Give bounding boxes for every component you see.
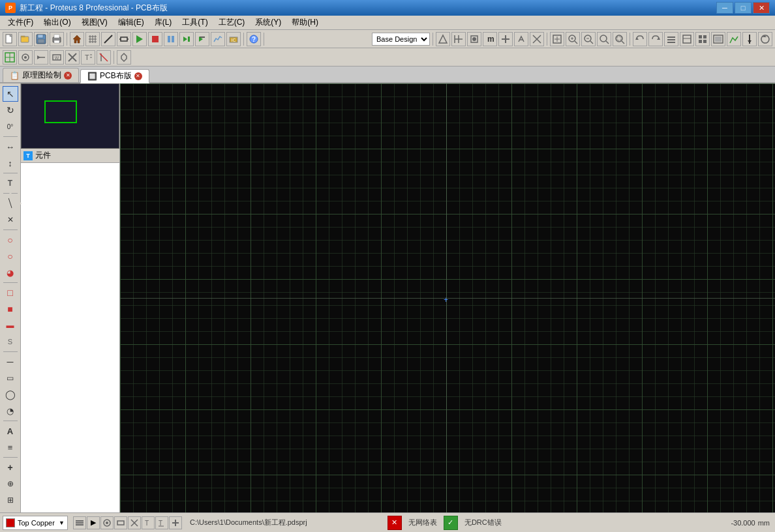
zoom-in[interactable] bbox=[566, 32, 580, 46]
status-check-button[interactable]: ✓ bbox=[444, 516, 458, 530]
pause-button[interactable] bbox=[164, 32, 178, 46]
tb-extra5[interactable] bbox=[727, 32, 741, 46]
tb-extra6[interactable] bbox=[742, 32, 757, 46]
run-button[interactable] bbox=[132, 32, 147, 46]
status-btn3[interactable] bbox=[100, 516, 114, 529]
tb2-btn2[interactable] bbox=[18, 50, 33, 65]
text-tool[interactable]: T bbox=[3, 175, 18, 191]
tb-right-btn3[interactable] bbox=[467, 32, 481, 46]
menu-view[interactable]: 视图(V) bbox=[76, 16, 113, 29]
tb-right-btn4[interactable]: m bbox=[483, 32, 497, 46]
status-layers-btn[interactable] bbox=[73, 516, 86, 529]
tb2-btn1[interactable] bbox=[3, 50, 17, 65]
pcb-canvas[interactable]: + bbox=[120, 83, 775, 512]
tb-extra1[interactable] bbox=[664, 32, 678, 46]
arc-tool[interactable]: ◔ bbox=[3, 403, 18, 419]
tb-right-btn1[interactable] bbox=[436, 32, 450, 46]
status-btn7[interactable]: T bbox=[155, 516, 168, 529]
grid-button[interactable] bbox=[85, 32, 100, 46]
menu-library[interactable]: 库(L) bbox=[149, 16, 177, 29]
redo-button[interactable] bbox=[648, 32, 663, 46]
flip-h-tool[interactable]: ↔ bbox=[3, 139, 18, 155]
open-button[interactable] bbox=[18, 32, 33, 46]
circle-empty-tool[interactable]: ○ bbox=[3, 232, 18, 248]
status-btn5[interactable] bbox=[128, 516, 141, 529]
tab-pcb[interactable]: 🔲 PCB布版 ✕ bbox=[80, 69, 149, 83]
wire-button[interactable] bbox=[101, 32, 115, 46]
zoom-box[interactable] bbox=[597, 32, 611, 46]
status-btn2[interactable]: ▶ bbox=[87, 516, 100, 529]
svg-point-57 bbox=[616, 35, 622, 42]
menu-edit[interactable]: 编辑(E) bbox=[113, 16, 149, 29]
mark-tool[interactable]: ⊕ bbox=[3, 476, 18, 492]
text-tool2[interactable]: A bbox=[3, 423, 18, 439]
component-button[interactable] bbox=[117, 32, 131, 46]
print-button[interactable] bbox=[50, 32, 64, 46]
status-x-button[interactable]: ✕ bbox=[388, 516, 402, 530]
tb-right-btn7[interactable] bbox=[530, 32, 544, 46]
circle-outline-tool[interactable]: ○ bbox=[3, 248, 18, 264]
select-tool[interactable]: ↖ bbox=[3, 86, 18, 102]
tb-extra2[interactable] bbox=[680, 32, 694, 46]
rect-wide-tool[interactable]: ▬ bbox=[3, 318, 18, 333]
rect-fill-tool[interactable]: ■ bbox=[3, 301, 18, 317]
tb2-btn5[interactable] bbox=[65, 50, 80, 65]
tb-extra3[interactable] bbox=[695, 32, 710, 46]
tb-extra4[interactable] bbox=[711, 32, 725, 46]
tab-pcb-close[interactable]: ✕ bbox=[134, 72, 142, 80]
svg-rect-24 bbox=[172, 36, 174, 42]
wire-tool1[interactable]: ╱ bbox=[0, 192, 21, 214]
circle-half-tool[interactable]: ◕ bbox=[3, 265, 18, 280]
flip-v-tool[interactable]: ↕ bbox=[3, 155, 18, 171]
rect-empty-tool[interactable]: □ bbox=[3, 285, 18, 301]
rect-tool[interactable]: ▭ bbox=[3, 370, 18, 386]
save-button[interactable] bbox=[34, 32, 48, 46]
tb2-btn6[interactable]: T bbox=[81, 50, 95, 65]
zoom-select[interactable] bbox=[613, 32, 627, 46]
menu-system[interactable]: 系统(Y) bbox=[250, 16, 286, 29]
zoom-out[interactable] bbox=[581, 32, 596, 46]
maximize-button[interactable]: □ bbox=[735, 2, 752, 14]
status-btn4[interactable] bbox=[114, 516, 127, 529]
line-tool[interactable]: ─ bbox=[3, 354, 18, 370]
circle-tool2[interactable]: ◯ bbox=[3, 387, 18, 402]
rotate-tool[interactable]: ↻ bbox=[3, 102, 18, 118]
zoom-full[interactable] bbox=[550, 32, 564, 46]
components-list[interactable] bbox=[21, 163, 119, 512]
tb2-extra[interactable] bbox=[117, 50, 131, 65]
tb-extra7[interactable] bbox=[758, 32, 772, 46]
help-button[interactable]: ? bbox=[247, 32, 261, 46]
status-btn6[interactable]: T bbox=[142, 516, 155, 529]
step-button[interactable] bbox=[179, 32, 194, 46]
graph-button[interactable] bbox=[211, 32, 225, 46]
base-design-select[interactable]: Base Design bbox=[372, 33, 430, 46]
undo-button[interactable] bbox=[633, 32, 647, 46]
step-over-button[interactable] bbox=[195, 32, 209, 46]
tab-schematic-close[interactable]: ✕ bbox=[64, 72, 72, 80]
stop-button[interactable] bbox=[148, 32, 162, 46]
tb-right-btn6[interactable] bbox=[514, 32, 528, 46]
sym-tool[interactable]: ≡ bbox=[3, 439, 18, 455]
add-tool[interactable]: + bbox=[3, 460, 18, 475]
tb-right-btn2[interactable] bbox=[451, 32, 466, 46]
comp-tool[interactable]: ⊞ bbox=[3, 492, 18, 508]
close-button[interactable]: ✕ bbox=[753, 2, 770, 14]
tb2-btn3[interactable] bbox=[34, 50, 48, 65]
extra-button1[interactable]: IC bbox=[226, 32, 241, 46]
cursor-crosshair: + bbox=[444, 295, 448, 304]
minimize-button[interactable]: ─ bbox=[716, 2, 733, 14]
menu-craft[interactable]: 工艺(C) bbox=[213, 16, 251, 29]
layer-select[interactable]: Top Copper ▼ bbox=[3, 516, 68, 530]
menu-tools[interactable]: 工具(T) bbox=[177, 16, 213, 29]
tb-right-btn5[interactable] bbox=[498, 32, 513, 46]
tab-schematic[interactable]: 📋 原理图绘制 ✕ bbox=[3, 68, 79, 82]
tb2-btn7[interactable] bbox=[97, 50, 111, 65]
new-button[interactable] bbox=[3, 32, 17, 46]
tb2-btn4[interactable]: W bbox=[50, 50, 64, 65]
menu-help[interactable]: 帮助(H) bbox=[286, 16, 324, 29]
menu-output[interactable]: 输出(O) bbox=[38, 16, 76, 29]
status-btn8[interactable] bbox=[169, 516, 182, 529]
shape-tool[interactable]: S bbox=[3, 334, 18, 349]
menu-file[interactable]: 文件(F) bbox=[3, 16, 38, 29]
home-button[interactable] bbox=[70, 32, 84, 46]
